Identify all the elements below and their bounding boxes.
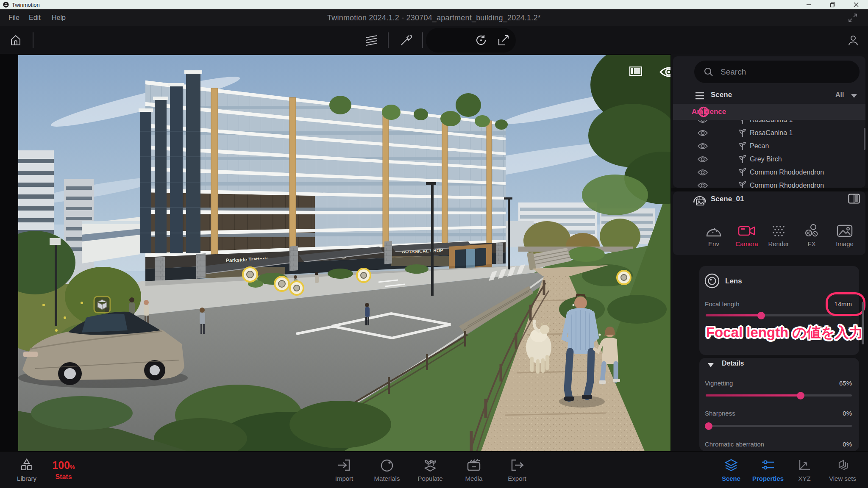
bottombar-populate[interactable]: Populate: [407, 452, 453, 488]
bottombar-view-sets[interactable]: View sets: [817, 452, 868, 488]
cube-gizmo: [94, 297, 110, 313]
materials-icon: [380, 458, 394, 472]
scene-filter[interactable]: All: [835, 91, 844, 99]
panel-toggle-button[interactable]: [629, 67, 642, 76]
eyedropper-button[interactable]: [396, 26, 416, 54]
toolbar-separator: [388, 32, 389, 48]
eye-icon[interactable]: [697, 129, 708, 137]
restore-icon: [830, 2, 835, 8]
media-icon: [466, 458, 481, 472]
bottombar-materials[interactable]: Materials: [364, 452, 410, 488]
tree-row[interactable]: Pecan: [671, 139, 868, 152]
details-panel: [699, 358, 859, 451]
focal-length-slider[interactable]: [706, 314, 852, 316]
search-icon: [704, 67, 714, 77]
bottombar-import[interactable]: Import: [321, 452, 367, 488]
section-divider: [671, 188, 868, 191]
eye-icon: [659, 66, 670, 78]
layers-tool-button[interactable]: [362, 26, 382, 54]
details-title[interactable]: Details: [722, 360, 744, 367]
scene-tree: RosaCanina 1 RosaCanina 1 Pecan Grey Bir…: [671, 120, 868, 188]
collapse-caret-icon[interactable]: [707, 362, 714, 368]
expand-button[interactable]: [848, 13, 858, 25]
bottombar-export[interactable]: Export: [494, 452, 540, 488]
bottombar-stats[interactable]: 100% Stats: [42, 452, 85, 488]
tab-image[interactable]: Image: [829, 217, 861, 247]
properties-sliders-icon: [760, 458, 776, 472]
vignetting-label: Vignetting: [705, 380, 733, 387]
bottombar-media[interactable]: Media: [451, 452, 497, 488]
chromatic-aberration-label: Chromatic aberration: [705, 441, 764, 448]
scene-layers-icon: [723, 458, 739, 472]
library-icon: [19, 458, 34, 472]
document-title: Twinmotion 2024.1.2 - 230704_apartment_b…: [0, 9, 868, 26]
tree-row[interactable]: Common Rhododendron: [671, 166, 868, 179]
tab-camera[interactable]: Camera: [731, 217, 763, 247]
restore-button[interactable]: [823, 0, 842, 9]
viewpoint-title: Scene_01: [711, 195, 744, 203]
tree-row[interactable]: Grey Birch: [671, 152, 868, 166]
toolbar-separator: [33, 32, 33, 48]
viewport-render[interactable]: Parkside Trattoria BOTANICAL SHOP: [18, 55, 670, 451]
tree-item-label: RosaCanina 1: [750, 129, 793, 137]
eye-icon[interactable]: [697, 120, 708, 124]
eye-icon[interactable]: [697, 155, 708, 163]
rotate-tool-button[interactable]: [471, 26, 491, 54]
plant-icon: [738, 181, 747, 188]
tab-render[interactable]: Render: [762, 217, 795, 247]
rotate-icon: [474, 33, 488, 47]
tree-row[interactable]: Common Rhododendron: [671, 179, 868, 188]
minimize-button[interactable]: [799, 0, 818, 9]
tree-item-label: Pecan: [750, 142, 769, 150]
viewport-3d[interactable]: Parkside Trattoria BOTANICAL SHOP: [18, 55, 670, 451]
scene-list-icon[interactable]: [695, 91, 705, 100]
home-button[interactable]: [6, 26, 25, 54]
close-icon: [854, 2, 859, 7]
vignetting-value: 65%: [810, 380, 852, 387]
chromatic-aberration-value: 0%: [810, 441, 852, 448]
render-icon: [771, 224, 786, 238]
bottombar: Library 100% Stats Import Materials Popu…: [0, 451, 868, 488]
plant-icon: [738, 120, 747, 125]
search-box[interactable]: [694, 61, 860, 83]
tree-row[interactable]: RosaCanina 1: [671, 120, 868, 126]
sharpness-slider[interactable]: [706, 425, 852, 427]
ambience-icon: [698, 106, 709, 118]
plant-icon: [738, 128, 747, 138]
eye-icon[interactable]: [697, 169, 708, 176]
annotation-ring: [826, 292, 865, 316]
twinmotion-logo: [3, 2, 9, 8]
image-icon: [837, 224, 853, 238]
view-sets-icon: [835, 458, 850, 472]
titlebar: Twinmotion: [0, 0, 868, 9]
vignetting-slider[interactable]: [706, 394, 852, 396]
lens-icon: [704, 273, 720, 289]
slider-thumb[interactable]: [797, 392, 804, 399]
scale-tool-button[interactable]: [494, 26, 513, 54]
visibility-button[interactable]: [659, 66, 670, 78]
eye-icon[interactable]: [697, 182, 708, 188]
sharpness-value: 0%: [810, 410, 852, 417]
tab-env[interactable]: Env: [698, 217, 730, 247]
tree-scrollbar[interactable]: [864, 128, 865, 150]
menubar: File Edit Help Twinmotion 2024.1.2 - 230…: [0, 9, 868, 26]
xyz-axis-icon: [797, 458, 812, 472]
account-button[interactable]: [843, 26, 863, 54]
tab-fx[interactable]: FX: [796, 217, 828, 247]
eye-icon[interactable]: [697, 142, 708, 150]
env-icon: [705, 224, 722, 238]
viewpoint-icon: [692, 193, 707, 207]
split-view-button[interactable]: [848, 194, 860, 204]
scene-item-ambience[interactable]: Ambience: [673, 104, 865, 120]
close-button[interactable]: [847, 0, 865, 9]
chevron-down-icon[interactable]: [851, 94, 857, 99]
toolbar-separator: [422, 32, 423, 48]
slider-thumb[interactable]: [757, 312, 765, 319]
camera-icon: [738, 224, 756, 238]
panel-scrollbar[interactable]: [862, 302, 864, 344]
tree-row[interactable]: RosaCanina 1: [671, 126, 868, 139]
tree-item-label: Grey Birch: [750, 155, 782, 163]
slider-thumb[interactable]: [705, 422, 712, 430]
tree-item-label: RosaCanina 1: [750, 120, 793, 124]
search-input[interactable]: [720, 67, 840, 77]
